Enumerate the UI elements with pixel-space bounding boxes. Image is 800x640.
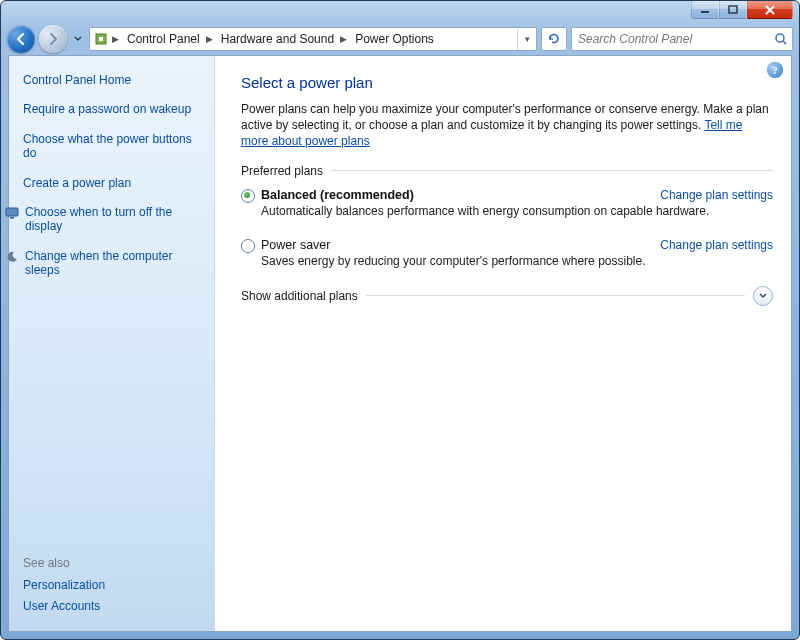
breadcrumb-item[interactable]: Hardware and Sound xyxy=(215,32,338,46)
divider xyxy=(331,170,773,171)
forward-button[interactable] xyxy=(39,25,67,53)
plan-name: Power saver xyxy=(261,238,330,252)
help-button[interactable]: ? xyxy=(767,62,783,78)
additional-plans-toggle[interactable]: Show additional plans xyxy=(241,286,773,306)
main-panel: ? Select a power plan Power plans can he… xyxy=(215,56,791,631)
page-description: Power plans can help you maximize your c… xyxy=(241,101,773,150)
sidebar-link-turn-off-display[interactable]: Choose when to turn off the display xyxy=(5,205,204,234)
svg-rect-1 xyxy=(729,6,737,13)
svg-line-5 xyxy=(783,41,786,44)
sidebar-link-sleep[interactable]: Change when the computer sleeps xyxy=(5,249,204,278)
refresh-icon xyxy=(547,32,561,46)
change-plan-settings-link[interactable]: Change plan settings xyxy=(660,188,773,202)
chevron-right-icon: ▶ xyxy=(110,34,121,44)
see-also-personalization[interactable]: Personalization xyxy=(23,578,105,592)
arrow-right-icon xyxy=(46,32,60,46)
see-also-heading: See also xyxy=(23,556,105,570)
chevron-right-icon: ▶ xyxy=(204,34,215,44)
plan-name: Balanced (recommended) xyxy=(261,188,414,202)
caption-buttons xyxy=(691,1,797,19)
preferred-plans-heading: Preferred plans xyxy=(241,164,773,178)
maximize-button[interactable] xyxy=(719,1,747,19)
minimize-button[interactable] xyxy=(691,1,719,19)
address-dropdown[interactable]: ▾ xyxy=(517,28,536,50)
sidebar: Control Panel Home Require a password on… xyxy=(9,56,215,631)
svg-rect-7 xyxy=(10,217,14,219)
back-button[interactable] xyxy=(7,25,35,53)
svg-rect-3 xyxy=(99,37,103,41)
expand-button[interactable] xyxy=(753,286,773,306)
plan-radio[interactable] xyxy=(241,189,255,203)
address-bar[interactable]: ▶ Control Panel ▶ Hardware and Sound ▶ P… xyxy=(89,27,537,51)
moon-icon xyxy=(5,250,19,264)
chevron-down-icon xyxy=(759,292,767,300)
control-panel-icon xyxy=(92,32,110,46)
sidebar-link-label: Change when the computer sleeps xyxy=(25,249,204,278)
svg-rect-6 xyxy=(6,208,18,216)
power-plan-balanced: Balanced (recommended) Change plan setti… xyxy=(241,182,773,232)
search-input[interactable]: Search Control Panel xyxy=(571,27,793,51)
page-title: Select a power plan xyxy=(241,74,773,91)
close-button[interactable] xyxy=(747,1,793,19)
svg-rect-0 xyxy=(701,11,709,13)
plan-description: Saves energy by reducing your computer's… xyxy=(261,254,773,268)
sidebar-link-create-plan[interactable]: Create a power plan xyxy=(23,176,204,190)
plan-radio[interactable] xyxy=(241,239,255,253)
sidebar-link-label: Choose when to turn off the display xyxy=(25,205,204,234)
plan-description: Automatically balances performance with … xyxy=(261,204,773,218)
change-plan-settings-link[interactable]: Change plan settings xyxy=(660,238,773,252)
sidebar-home[interactable]: Control Panel Home xyxy=(23,73,204,87)
monitor-icon xyxy=(5,206,19,220)
sidebar-link-require-password[interactable]: Require a password on wakeup xyxy=(23,102,204,116)
see-also-section: See also Personalization User Accounts xyxy=(23,556,105,619)
window-frame: ▶ Control Panel ▶ Hardware and Sound ▶ P… xyxy=(0,0,800,640)
navigation-bar: ▶ Control Panel ▶ Hardware and Sound ▶ P… xyxy=(1,23,799,55)
breadcrumb-item[interactable]: Control Panel xyxy=(121,32,204,46)
additional-plans-label: Show additional plans xyxy=(241,289,358,303)
svg-point-4 xyxy=(776,34,784,42)
search-placeholder: Search Control Panel xyxy=(572,32,770,46)
page-description-text: Power plans can help you maximize your c… xyxy=(241,102,769,132)
refresh-button[interactable] xyxy=(541,27,567,51)
content-area: Control Panel Home Require a password on… xyxy=(8,55,792,632)
divider xyxy=(366,295,745,296)
breadcrumb-item[interactable]: Power Options xyxy=(349,32,438,46)
see-also-user-accounts[interactable]: User Accounts xyxy=(23,599,105,613)
nav-history-dropdown[interactable] xyxy=(71,25,85,53)
chevron-right-icon: ▶ xyxy=(338,34,349,44)
chevron-down-icon xyxy=(74,35,82,43)
preferred-plans-label: Preferred plans xyxy=(241,164,323,178)
power-plan-power-saver: Power saver Change plan settings Saves e… xyxy=(241,232,773,282)
title-bar xyxy=(1,1,799,23)
search-icon xyxy=(770,32,792,46)
arrow-left-icon xyxy=(14,32,28,46)
sidebar-link-power-buttons[interactable]: Choose what the power buttons do xyxy=(23,132,204,161)
